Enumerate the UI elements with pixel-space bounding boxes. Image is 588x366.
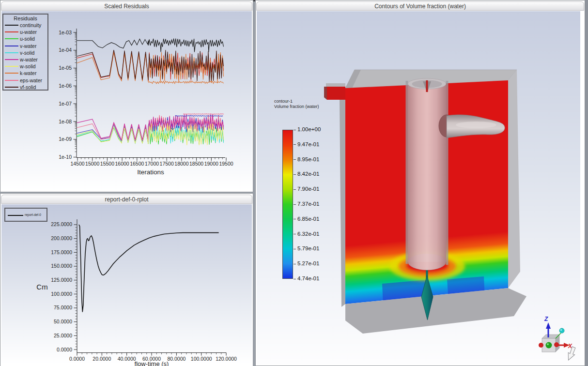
series-continuity [77,39,224,52]
tank-left-wall [340,100,345,307]
tank-right-wall [508,70,520,288]
svg-text:19500: 19500 [219,161,233,167]
legend-swatch [5,25,18,26]
legend-item-vf-solid: vf-solid [3,84,47,91]
svg-text:14500: 14500 [70,161,84,167]
residuals-legend-items: continuityu-wateru-solidv-waterv-solidw-… [3,22,47,91]
svg-text:40.0000: 40.0000 [118,356,136,362]
colorbar-tick [294,189,296,190]
contour-tag-variable: Volume fraction (water) [274,104,319,109]
draft-tube-left-gap [406,81,408,264]
svg-text:1e-03: 1e-03 [59,30,72,35]
svg-text:1e-06: 1e-06 [59,83,72,89]
legend-label: u-water [20,29,37,35]
legend-item-w-solid: w-solid [3,63,47,70]
svg-text:17500: 17500 [160,161,174,167]
legend-item-u-water: u-water [3,29,47,35]
colorbar-tick [294,204,296,205]
svg-text:225.0000: 225.0000 [51,221,72,227]
colorbar-label: 6.85e-01 [297,216,336,222]
legend-item-v-solid: v-solid [3,49,47,56]
colorbar [282,130,293,279]
triad-green-knob [546,342,552,349]
residuals-legend: Residuals continuityu-wateru-solidv-wate… [2,14,48,91]
contours-panel: Contours of Volume fraction (water) [255,0,585,366]
colorbar-tick [294,219,296,219]
report-plot-panel: report-def-0-rplot 225.0000200.0000175.0… [0,193,253,366]
legend-swatch [5,73,18,74]
colorbar-tick [294,130,296,130]
legend-item-w-water: w-water [3,56,47,63]
residuals-legend-title: Residuals [3,15,47,21]
svg-text:18500: 18500 [189,161,203,167]
colorbar-label: 1.00e+00 [297,126,336,132]
legend-swatch [5,31,18,32]
svg-text:1e-08: 1e-08 [59,119,72,124]
svg-text:1e-07: 1e-07 [59,101,72,107]
svg-text:15000: 15000 [85,161,99,167]
series-v-water-overlay [175,116,223,117]
legend-label: vf-solid [20,84,36,90]
svg-text:100.0000: 100.0000 [191,356,212,362]
z-axis-label: Z [544,316,548,322]
series-k-water-overlay [148,81,223,83]
legend-swatch [5,80,18,81]
svg-text:25.0000: 25.0000 [54,333,72,338]
svg-text:175.0000: 175.0000 [51,249,72,255]
legend-swatch [5,46,18,46]
report-legend-line-swatch [8,215,23,216]
svg-text:16000: 16000 [115,161,129,167]
colorbar-tick [294,234,296,234]
svg-text:Cm: Cm [36,283,47,291]
legend-label: continuity [20,22,41,28]
svg-text:0.0000: 0.0000 [69,356,85,362]
report-legend: report-def-0 [4,208,47,222]
svg-text:1e-04: 1e-04 [59,47,72,53]
legend-label: v-water [20,43,36,49]
svg-text:200.0000: 200.0000 [51,235,72,241]
svg-text:19000: 19000 [204,161,218,167]
colorbar-tick [294,144,296,145]
inlet-pipe [324,83,345,100]
colorbar-label: 6.32e-01 [297,231,336,237]
draft-tube-right-gap [446,81,449,265]
legend-item-eps-water: eps-water [3,77,47,84]
legend-label: w-solid [20,63,36,69]
triad-teal-sphere [559,328,564,333]
legend-swatch [5,38,18,39]
svg-text:50.0000: 50.0000 [54,319,72,324]
svg-text:16500: 16500 [130,161,144,167]
contour-3d-scene[interactable] [256,0,586,366]
report-legend-label: report-def-0 [25,213,41,216]
series-report-def-0 [79,225,219,312]
svg-text:80.0000: 80.0000 [167,356,186,362]
colorbar-tick [294,159,296,160]
svg-text:1e-05: 1e-05 [59,65,72,71]
colorbar-label: 7.90e-01 [297,186,336,192]
colorbar-tick [294,279,296,279]
svg-text:18000: 18000 [174,161,188,167]
legend-label: u-solid [20,36,35,42]
legend-item-continuity: continuity [3,22,47,29]
svg-text:15500: 15500 [100,161,114,167]
colorbar-label: 5.79e-01 [297,245,336,251]
colorbar-tick [294,249,296,249]
colorbar-label: 5.27e-01 [297,260,336,266]
colorbar-label: 8.95e-01 [297,156,336,162]
legend-swatch [5,59,18,60]
legend-label: v-solid [20,50,34,56]
svg-text:125.0000: 125.0000 [51,277,72,283]
legend-item-v-water: v-water [3,43,47,49]
svg-text:1e-09: 1e-09 [59,136,72,142]
svg-text:150.0000: 150.0000 [51,263,72,269]
triad-red-knob-left [539,343,543,348]
colorbar-label: 9.47e-01 [297,141,336,147]
legend-label: w-water [20,57,38,62]
svg-text:0.0000: 0.0000 [57,347,72,352]
svg-text:75.0000: 75.0000 [54,305,72,310]
contour-tag-name: contour-1 [274,99,319,104]
svg-text:100.0000: 100.0000 [51,291,72,297]
colorbar-label: 4.74e-01 [297,275,336,281]
svg-text:17000: 17000 [145,161,159,167]
legend-label: k-water [20,70,36,76]
